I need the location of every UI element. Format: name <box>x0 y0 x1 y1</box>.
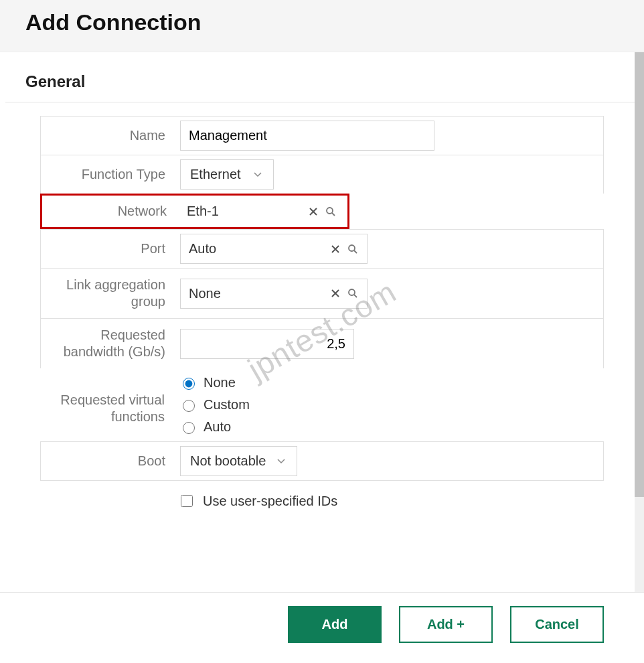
row-network: Network Eth-1 <box>40 194 349 229</box>
port-value: Auto <box>189 241 216 256</box>
row-function-type: Function Type Ethernet <box>40 155 604 194</box>
row-use-ids: Use user-specified IDs <box>40 481 604 509</box>
boot-value: Not bootable <box>190 453 266 469</box>
chevron-down-icon <box>252 169 264 181</box>
row-boot: Boot Not bootable <box>40 441 604 481</box>
label-name: Name <box>41 117 175 155</box>
vf-radio-none[interactable] <box>183 378 195 390</box>
vf-option-custom[interactable]: Custom <box>179 397 250 413</box>
clear-icon[interactable] <box>329 243 341 255</box>
content-area: General Name Function Type Ethernet <box>0 52 644 608</box>
footer-buttons: Add Add + Cancel <box>0 592 644 663</box>
section-heading-general: General <box>0 52 644 102</box>
label-bandwidth: Requested bandwidth (Gb/s) <box>41 319 175 368</box>
dialog-add-connection: Add Connection General Name Function Typ… <box>0 0 644 663</box>
row-virtual-functions: Requested virtual functions None Custom <box>40 368 604 441</box>
svg-point-0 <box>327 208 333 214</box>
clear-icon[interactable] <box>307 206 319 218</box>
vf-radio-custom[interactable] <box>183 400 195 412</box>
row-lag: Link aggregation group None <box>40 268 604 318</box>
label-lag: Link aggregation group <box>41 269 175 318</box>
svg-point-4 <box>349 289 355 295</box>
search-icon[interactable] <box>325 206 337 218</box>
vf-option-none[interactable]: None <box>179 375 250 390</box>
dialog-title: Add Connection <box>25 9 619 35</box>
add-plus-button[interactable]: Add + <box>399 606 493 643</box>
use-ids-label: Use user-specified IDs <box>203 494 337 509</box>
row-port: Port Auto <box>40 229 604 268</box>
chevron-down-icon <box>275 455 287 467</box>
row-bandwidth: Requested bandwidth (Gb/s) <box>40 318 604 368</box>
search-icon[interactable] <box>347 243 359 255</box>
scrollbar[interactable] <box>635 52 644 608</box>
svg-line-1 <box>332 213 335 216</box>
row-name: Name <box>40 116 604 155</box>
form-general: Name Function Type Ethernet <box>0 116 644 509</box>
svg-line-5 <box>354 295 357 297</box>
vf-radio-auto[interactable] <box>183 422 195 434</box>
label-boot: Boot <box>41 442 175 480</box>
boot-select[interactable]: Not bootable <box>180 446 297 476</box>
network-value: Eth-1 <box>187 204 219 219</box>
bandwidth-input[interactable] <box>180 329 354 359</box>
vf-option-auto[interactable]: Auto <box>179 419 250 435</box>
virtual-functions-radio-group: None Custom Auto <box>179 372 250 437</box>
svg-line-3 <box>354 250 357 253</box>
clear-icon[interactable] <box>329 287 341 299</box>
lag-picker[interactable]: None <box>180 279 368 309</box>
function-type-select[interactable]: Ethernet <box>180 159 274 190</box>
label-network: Network <box>42 196 176 227</box>
scrollbar-thumb[interactable] <box>635 52 644 497</box>
svg-point-2 <box>349 245 355 251</box>
cancel-button[interactable]: Cancel <box>510 606 604 643</box>
lag-value: None <box>189 286 221 301</box>
title-bar: Add Connection <box>0 0 644 52</box>
label-virtual-functions: Requested virtual functions <box>40 368 174 441</box>
label-port: Port <box>41 230 175 268</box>
network-picker[interactable]: Eth-1 <box>181 200 342 223</box>
use-ids-checkbox[interactable] <box>181 495 193 507</box>
port-picker[interactable]: Auto <box>180 234 368 264</box>
search-icon[interactable] <box>347 287 359 299</box>
name-input[interactable] <box>180 121 434 151</box>
section-divider <box>5 102 639 102</box>
function-type-value: Ethernet <box>190 167 241 182</box>
add-button[interactable]: Add <box>288 606 382 643</box>
label-function-type: Function Type <box>41 155 175 194</box>
